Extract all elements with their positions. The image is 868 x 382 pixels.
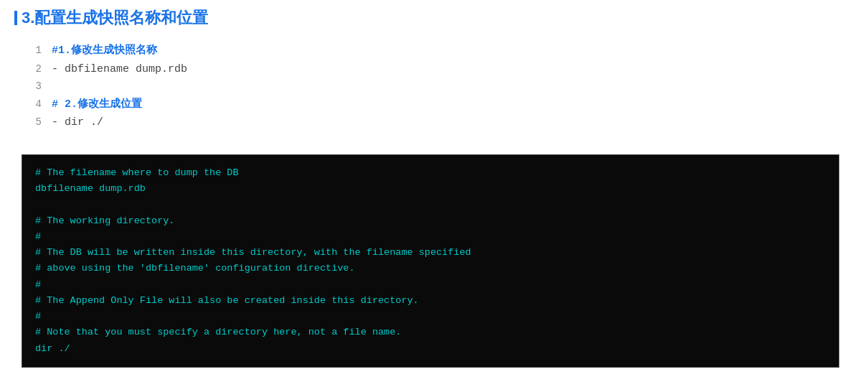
terminal-line: # above using the 'dbfilename' configura…: [35, 261, 826, 276]
code-line: 5- dir ./: [22, 113, 839, 132]
terminal-line: # The DB will be written inside this dir…: [35, 245, 826, 261]
line-content: - dir ./: [52, 113, 103, 132]
line-number: 1: [22, 42, 42, 60]
terminal-empty-line: [35, 197, 826, 213]
code-line: 2- dbfilename dump.rdb: [22, 60, 839, 79]
terminal-line: # The filename where to dump the DB: [35, 165, 826, 181]
code-line: 3: [22, 78, 839, 96]
section-title: 3.配置生成快照名称和位置: [14, 7, 846, 29]
terminal-line: # Note that you must specify a directory…: [35, 325, 826, 340]
line-content: # 2.修改生成位置: [52, 96, 142, 114]
terminal-block: # The filename where to dump the DBdbfil…: [22, 154, 839, 368]
page-container: 3.配置生成快照名称和位置 1#1.修改生成快照名称2- dbfilename …: [0, 0, 868, 382]
code-line: 4# 2.修改生成位置: [22, 96, 839, 114]
terminal-line: # The Append Only File will also be crea…: [35, 293, 826, 309]
terminal-line: #: [35, 277, 826, 293]
line-number: 5: [22, 114, 42, 131]
code-line: 1#1.修改生成快照名称: [22, 42, 839, 60]
line-content: #1.修改生成快照名称: [52, 42, 157, 60]
terminal-line: #: [35, 309, 826, 325]
terminal-line: dbfilename dump.rdb: [35, 181, 826, 197]
code-block: 1#1.修改生成快照名称2- dbfilename dump.rdb34# 2.…: [14, 42, 846, 143]
terminal-line: # The working directory.: [35, 213, 826, 229]
line-number: 2: [22, 61, 42, 78]
terminal-line: #: [35, 229, 826, 245]
terminal-line: dir ./: [35, 341, 826, 357]
line-content: - dbfilename dump.rdb: [52, 60, 187, 79]
line-number: 3: [22, 78, 42, 96]
line-number: 4: [22, 96, 42, 113]
